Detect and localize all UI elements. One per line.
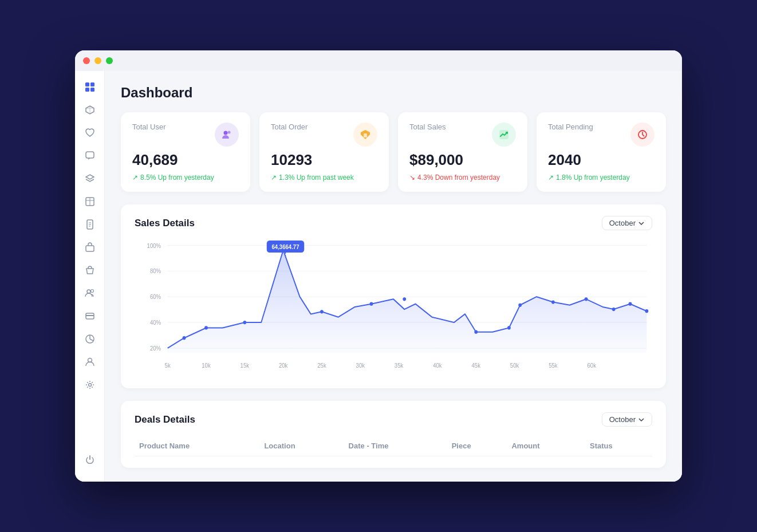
stat-value-sales: $89,000 bbox=[409, 151, 516, 169]
stat-icon-pending bbox=[630, 123, 655, 147]
maximize-dot[interactable] bbox=[106, 57, 113, 64]
chart-svg: 100% 80% 60% 40% 20% 5k 10k 15k 20k 25k … bbox=[135, 239, 652, 377]
svg-point-60 bbox=[629, 302, 632, 306]
svg-point-13 bbox=[87, 290, 90, 293]
svg-point-19 bbox=[88, 384, 91, 387]
stat-value-orders: 10293 bbox=[271, 151, 377, 169]
svg-text:15k: 15k bbox=[240, 362, 250, 369]
col-header-datetime: Date - Time bbox=[344, 436, 447, 456]
svg-text:30k: 30k bbox=[356, 362, 365, 369]
sidebar-item-chat[interactable] bbox=[80, 145, 100, 166]
deals-table: Product Name Location Date - Time Piece … bbox=[135, 436, 652, 456]
svg-point-59 bbox=[612, 308, 616, 311]
svg-point-61 bbox=[645, 309, 648, 313]
svg-text:10k: 10k bbox=[202, 362, 211, 369]
chart-month-select[interactable]: October bbox=[602, 216, 652, 230]
svg-text:20k: 20k bbox=[279, 362, 288, 369]
deals-section: Deals Details October Product Name Locat… bbox=[121, 401, 666, 468]
sidebar-item-briefcase[interactable] bbox=[80, 237, 100, 258]
col-header-location: Location bbox=[259, 436, 344, 456]
stat-card-users: Total User 40,689 ↗ 8.5% Up from yest bbox=[121, 112, 250, 192]
stat-label-users: Total User bbox=[132, 123, 166, 131]
svg-text:20%: 20% bbox=[150, 345, 161, 352]
stat-value-users: 40,689 bbox=[132, 151, 239, 169]
deals-month-select[interactable]: October bbox=[602, 412, 652, 427]
svg-point-58 bbox=[585, 297, 588, 301]
sidebar-item-settings[interactable] bbox=[80, 375, 100, 395]
svg-point-21 bbox=[228, 131, 231, 134]
stat-label-orders: Total Order bbox=[271, 123, 307, 131]
svg-text:5k: 5k bbox=[165, 362, 171, 369]
col-header-status: Status bbox=[585, 436, 652, 456]
sidebar-item-document[interactable] bbox=[80, 214, 100, 235]
sidebar-item-heart[interactable] bbox=[80, 123, 100, 143]
sidebar-item-layers[interactable] bbox=[80, 168, 100, 189]
close-dot[interactable] bbox=[83, 57, 90, 64]
svg-text:80%: 80% bbox=[150, 268, 161, 274]
stat-label-pending: Total Pending bbox=[548, 123, 593, 131]
sidebar-item-bag[interactable] bbox=[80, 260, 100, 281]
svg-text:100%: 100% bbox=[147, 242, 161, 249]
deals-title: Deals Details bbox=[135, 414, 195, 425]
col-header-amount: Amount bbox=[507, 436, 585, 456]
sidebar bbox=[75, 71, 105, 482]
stat-change-orders: ↗ 1.3% Up from past week bbox=[271, 174, 377, 182]
svg-text:40%: 40% bbox=[150, 320, 161, 326]
svg-rect-22 bbox=[364, 133, 367, 137]
stat-change-sales: ↘ 4.3% Down from yesterday bbox=[409, 174, 516, 182]
sidebar-item-dashboard[interactable] bbox=[80, 77, 100, 97]
sidebar-item-card[interactable] bbox=[80, 306, 100, 326]
stat-change-pending: ↗ 1.8% Up from yesterday bbox=[548, 174, 655, 182]
svg-text:55k: 55k bbox=[549, 362, 558, 369]
page-title: Dashboard bbox=[121, 85, 666, 101]
stat-card-orders: Total Order 10293 ↗ 1.3% Up from past we… bbox=[259, 112, 389, 192]
svg-text:35k: 35k bbox=[395, 362, 404, 369]
svg-point-53 bbox=[403, 297, 406, 301]
sidebar-item-table[interactable] bbox=[80, 191, 100, 212]
stat-value-pending: 2040 bbox=[548, 151, 655, 169]
svg-rect-2 bbox=[85, 88, 89, 92]
svg-point-47 bbox=[183, 336, 186, 340]
svg-text:45k: 45k bbox=[472, 362, 481, 369]
svg-point-54 bbox=[474, 330, 478, 334]
minimize-dot[interactable] bbox=[94, 57, 101, 64]
col-header-product: Product Name bbox=[135, 436, 259, 456]
svg-point-52 bbox=[370, 302, 373, 306]
stat-card-sales: Total Sales $89,000 ↘ 4.3% Down from bbox=[398, 112, 527, 192]
svg-point-51 bbox=[320, 310, 324, 313]
stat-icon-sales bbox=[492, 123, 516, 147]
main-content: Dashboard Total User bbox=[105, 71, 682, 482]
stat-icon-users bbox=[215, 123, 239, 147]
stat-icon-orders bbox=[353, 123, 377, 147]
svg-rect-0 bbox=[85, 82, 89, 86]
stat-cards: Total User 40,689 ↗ 8.5% Up from yest bbox=[121, 112, 666, 192]
svg-text:60%: 60% bbox=[150, 294, 161, 300]
svg-text:25k: 25k bbox=[317, 362, 326, 369]
col-header-piece: Piece bbox=[447, 436, 507, 456]
svg-point-20 bbox=[224, 131, 228, 135]
svg-rect-12 bbox=[86, 246, 94, 251]
svg-point-49 bbox=[243, 321, 246, 324]
sidebar-item-chart[interactable] bbox=[80, 329, 100, 349]
app-window: Dashboard Total User bbox=[75, 50, 682, 482]
chart-title: Sales Details bbox=[135, 218, 195, 229]
titlebar bbox=[75, 50, 682, 71]
svg-text:50k: 50k bbox=[510, 362, 519, 369]
stat-label-sales: Total Sales bbox=[409, 123, 446, 131]
stat-card-pending: Total Pending 2040 ↗ 1.8% Up from yester… bbox=[537, 112, 666, 192]
sidebar-item-user[interactable] bbox=[80, 352, 100, 372]
sidebar-item-power[interactable] bbox=[80, 450, 100, 470]
svg-rect-4 bbox=[86, 152, 94, 158]
stat-change-users: ↗ 8.5% Up from yesterday bbox=[132, 174, 239, 182]
svg-point-55 bbox=[507, 326, 511, 329]
sidebar-item-cube[interactable] bbox=[80, 100, 100, 120]
svg-rect-1 bbox=[90, 82, 94, 86]
chart-container: 100% 80% 60% 40% 20% 5k 10k 15k 20k 25k … bbox=[135, 239, 652, 377]
sidebar-item-users[interactable] bbox=[80, 283, 100, 304]
svg-point-48 bbox=[204, 326, 208, 329]
svg-text:60k: 60k bbox=[587, 362, 596, 369]
svg-point-57 bbox=[551, 300, 555, 304]
sales-chart-section: Sales Details October bbox=[121, 204, 666, 388]
svg-point-14 bbox=[90, 290, 93, 293]
svg-text:64,3664.77: 64,3664.77 bbox=[271, 243, 299, 250]
